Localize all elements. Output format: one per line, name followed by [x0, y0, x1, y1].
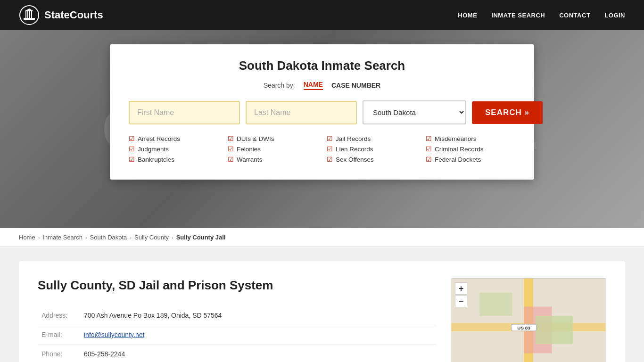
svg-rect-4 [29, 10, 30, 18]
check-icon: ☑ [228, 145, 234, 153]
content-left: Sully County, SD Jail and Prison System … [38, 278, 437, 362]
checkbox-item: ☑Federal Dockets [426, 156, 515, 163]
checkbox-label: Misdemeanors [435, 135, 477, 142]
checkbox-item: ☑Bankruptcies [129, 156, 218, 163]
svg-rect-3 [27, 10, 28, 18]
check-icon: ☑ [327, 156, 333, 163]
check-icon: ☑ [228, 135, 234, 142]
main-nav: HOME INMATE SEARCH CONTACT LOGIN [458, 12, 625, 19]
field-value: 605-258-2244 [80, 345, 437, 362]
table-row: E-mail:info@sullycounty.net [38, 325, 437, 345]
breadcrumb-link[interactable]: Home [19, 234, 35, 241]
check-icon: ☑ [327, 135, 333, 142]
checkbox-item: ☑Warrants [228, 156, 317, 163]
checkbox-item: ☑Sex Offenses [327, 156, 416, 163]
table-row: Phone:605-258-2244 [38, 345, 437, 362]
breadcrumb-link[interactable]: Inmate Search [42, 234, 83, 241]
checkbox-item: ☑Criminal Records [426, 145, 515, 153]
checkbox-label: Sex Offenses [336, 156, 374, 163]
search-inputs-row: South Dakota SEARCH » [129, 100, 515, 124]
checkbox-label: Criminal Records [435, 146, 484, 153]
map-area: + − US 83 [451, 278, 606, 362]
field-label: Address: [38, 306, 80, 325]
map-zoom-in[interactable]: + [455, 282, 467, 295]
card-title: South Dakota Inmate Search [129, 58, 515, 73]
check-icon: ☑ [129, 135, 135, 142]
site-header: StateCourts HOME INMATE SEARCH CONTACT L… [0, 0, 644, 30]
first-name-input[interactable] [129, 101, 240, 124]
svg-rect-1 [24, 18, 35, 20]
tab-case-number[interactable]: CASE NUMBER [331, 82, 380, 89]
check-icon: ☑ [327, 145, 333, 153]
search-card: South Dakota Inmate Search Search by: NA… [110, 44, 534, 180]
checkbox-item: ☑DUIs & DWIs [228, 135, 317, 142]
field-value: 700 Ash Avenue Po Box 189, Onida, SD 575… [80, 306, 437, 325]
state-select[interactable]: South Dakota [363, 100, 466, 124]
checkbox-item: ☑Jail Records [327, 135, 416, 142]
breadcrumb-current: Sully County Jail [176, 234, 226, 241]
check-icon: ☑ [426, 145, 432, 153]
nav-home[interactable]: HOME [458, 12, 477, 19]
checkbox-item: ☑Arrest Records [129, 135, 218, 142]
checkbox-label: Bankruptcies [138, 156, 174, 163]
check-icon: ☑ [129, 156, 135, 163]
field-value[interactable]: info@sullycounty.net [80, 325, 437, 345]
nav-login[interactable]: LOGIN [604, 12, 625, 19]
search-by-row: Search by: NAME CASE NUMBER [129, 81, 515, 90]
map-controls: + − [455, 282, 467, 307]
info-link[interactable]: info@sullycounty.net [84, 331, 144, 338]
logo-link[interactable]: StateCourts [19, 5, 103, 25]
breadcrumb-separator: › [130, 235, 132, 240]
checkbox-label: Lien Records [336, 146, 373, 153]
tab-name[interactable]: NAME [304, 81, 323, 90]
checkbox-item: ☑Felonies [228, 145, 317, 153]
info-table: Address:700 Ash Avenue Po Box 189, Onida… [38, 306, 437, 362]
checkbox-item: ☑Judgments [129, 145, 218, 153]
checkbox-label: Federal Dockets [435, 156, 481, 163]
breadcrumb-separator: › [85, 235, 87, 240]
svg-rect-11 [479, 293, 512, 316]
last-name-input[interactable] [246, 101, 357, 124]
checkbox-label: Arrest Records [138, 135, 180, 142]
svg-rect-2 [25, 10, 26, 18]
check-icon: ☑ [426, 135, 432, 142]
nav-inmate-search[interactable]: INMATE SEARCH [491, 12, 545, 19]
checkbox-label: Judgments [138, 146, 169, 153]
field-label: Phone: [38, 345, 80, 362]
checkbox-item: ☑Lien Records [327, 145, 416, 153]
svg-rect-10 [536, 316, 573, 344]
breadcrumb-link[interactable]: South Dakota [90, 234, 127, 241]
checkbox-label: Jail Records [336, 135, 371, 142]
field-label: E-mail: [38, 325, 80, 345]
checkbox-label: DUIs & DWIs [237, 135, 274, 142]
hero-section: COURTHOUSE South Dakota Inmate Search Se… [0, 30, 644, 228]
check-icon: ☑ [228, 156, 234, 163]
table-row: Address:700 Ash Avenue Po Box 189, Onida… [38, 306, 437, 325]
checkbox-label: Felonies [237, 146, 261, 153]
svg-rect-5 [31, 10, 32, 18]
checkbox-label: Warrants [237, 156, 262, 163]
logo-icon [19, 5, 40, 25]
check-icon: ☑ [426, 156, 432, 163]
search-by-label: Search by: [264, 82, 295, 89]
checkboxes-grid: ☑Arrest Records☑DUIs & DWIs☑Jail Records… [129, 135, 515, 163]
search-button[interactable]: SEARCH » [472, 101, 543, 124]
map-zoom-out[interactable]: − [455, 295, 467, 307]
check-icon: ☑ [129, 145, 135, 153]
logo-text: StateCourts [44, 9, 103, 21]
main-content: Sully County, SD Jail and Prison System … [0, 247, 644, 362]
map-svg: US 83 [451, 279, 606, 362]
page-title: Sully County, SD Jail and Prison System [38, 278, 437, 293]
breadcrumb-separator: › [172, 235, 173, 240]
nav-contact[interactable]: CONTACT [559, 12, 590, 19]
svg-text:US 83: US 83 [517, 325, 530, 330]
breadcrumb-link[interactable]: Sully County [134, 234, 169, 241]
checkbox-item: ☑Misdemeanors [426, 135, 515, 142]
content-card: Sully County, SD Jail and Prison System … [19, 261, 625, 362]
breadcrumb: Home›Inmate Search›South Dakota›Sully Co… [0, 228, 644, 247]
breadcrumb-separator: › [38, 235, 40, 240]
